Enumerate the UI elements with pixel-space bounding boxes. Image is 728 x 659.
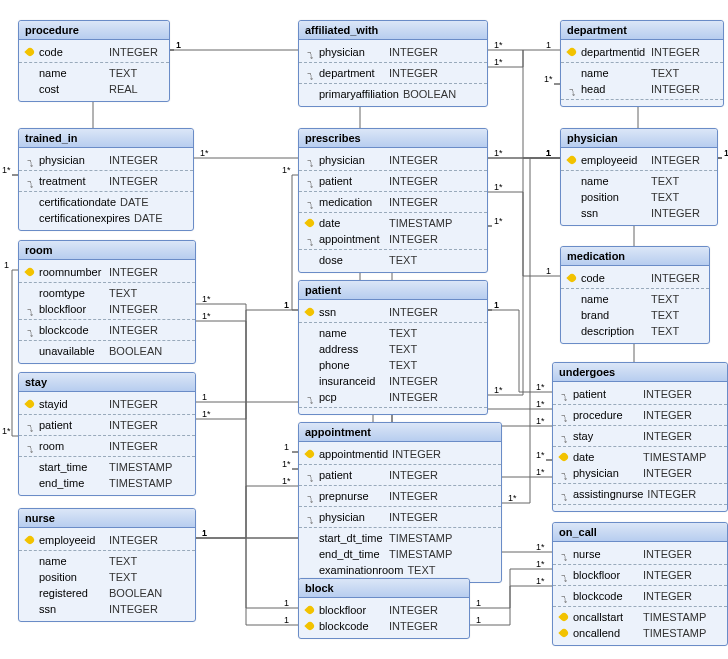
column-type: INTEGER (109, 438, 158, 454)
cardinality-many: 1* (2, 426, 11, 436)
foreign-key-icon (305, 234, 315, 244)
relationship-line (468, 586, 552, 625)
column-row: nameTEXT (25, 65, 163, 81)
column-name: name (581, 173, 647, 189)
column-name: cost (39, 81, 105, 97)
column-type: TEXT (651, 189, 679, 205)
cardinality-many: 1* (508, 493, 517, 503)
column-row: ssnINTEGER (305, 304, 481, 320)
entity-patient[interactable]: patientssnINTEGERnameTEXTaddressTEXTphon… (298, 280, 488, 415)
entity-nurse[interactable]: nurseemployeeidINTEGERnameTEXTpositionTE… (18, 508, 196, 622)
primary-key-icon (25, 535, 35, 545)
column-type: TEXT (109, 553, 137, 569)
blank-icon (25, 588, 35, 598)
primary-key-icon (559, 628, 569, 638)
entity-appointment[interactable]: appointmentappointmentidINTEGERpatientIN… (298, 422, 502, 583)
column-type: INTEGER (643, 465, 692, 481)
column-name: procedure (573, 407, 639, 423)
cardinality-many: 1* (536, 416, 545, 426)
entity-affiliated_with[interactable]: affiliated_withphysicianINTEGERdepartmen… (298, 20, 488, 107)
column-type: INTEGER (651, 270, 700, 286)
column-type: TEXT (109, 285, 137, 301)
foreign-key-icon (305, 47, 315, 57)
column-row: assistingnurseINTEGER (559, 486, 721, 502)
foreign-key-icon (25, 304, 35, 314)
entity-physician[interactable]: physicianemployeeidINTEGERnameTEXTpositi… (560, 128, 718, 226)
column-type: BOOLEAN (109, 343, 162, 359)
entity-room[interactable]: roomroomnumberINTEGERroomtypeTEXTblockfl… (18, 240, 196, 364)
cardinality-one: 1 (546, 266, 551, 276)
cardinality-one: 1 (546, 148, 551, 158)
blank-icon (305, 344, 315, 354)
column-name: blockcode (319, 618, 385, 634)
primary-key-icon (25, 267, 35, 277)
cardinality-one: 1 (202, 528, 207, 538)
column-type: TEXT (109, 569, 137, 585)
column-name: ssn (39, 601, 105, 617)
column-name: ssn (319, 304, 385, 320)
entity-stay[interactable]: staystayidINTEGERpatientINTEGERroomINTEG… (18, 372, 196, 496)
column-name: brand (581, 307, 647, 323)
column-type: INTEGER (651, 81, 700, 97)
entity-trained_in[interactable]: trained_inphysicianINTEGERtreatmentINTEG… (18, 128, 194, 231)
column-row: physicianINTEGER (25, 152, 187, 168)
entity-on_call[interactable]: on_callnurseINTEGERblockfloorINTEGERbloc… (552, 522, 728, 646)
column-row: roomtypeTEXT (25, 285, 189, 301)
relationship-line (486, 310, 552, 392)
column-type: INTEGER (389, 304, 438, 320)
foreign-key-icon (559, 468, 569, 478)
column-row: pcpINTEGER (305, 389, 481, 405)
column-name: department (319, 65, 385, 81)
blank-icon (305, 360, 315, 370)
entity-block[interactable]: blockblockfloorINTEGERblockcodeINTEGER (298, 578, 470, 639)
foreign-key-icon (305, 470, 315, 480)
entity-undergoes[interactable]: undergoespatientINTEGERprocedureINTEGERs… (552, 362, 728, 512)
cardinality-one: 1 (546, 148, 551, 158)
cardinality-many: 1* (2, 165, 11, 175)
column-name: employeeid (39, 532, 105, 548)
column-type: INTEGER (389, 152, 438, 168)
entity-procedure[interactable]: procedurecodeINTEGERnameTEXTcostREAL (18, 20, 170, 102)
column-type: INTEGER (647, 486, 696, 502)
entity-title: affiliated_with (299, 21, 487, 40)
column-row: patientINTEGER (305, 467, 495, 483)
cardinality-one: 1 (724, 148, 728, 158)
primary-key-icon (305, 621, 315, 631)
column-type: TEXT (109, 65, 137, 81)
column-name: end_time (39, 475, 105, 491)
column-row: physicianINTEGER (305, 509, 495, 525)
cardinality-many: 1* (200, 148, 209, 158)
column-type: INTEGER (392, 446, 441, 462)
column-type: TEXT (389, 252, 417, 268)
column-row: brandTEXT (567, 307, 703, 323)
primary-key-icon (559, 612, 569, 622)
entity-title: appointment (299, 423, 501, 442)
cardinality-one: 1 (494, 300, 499, 310)
column-row: nameTEXT (567, 65, 717, 81)
entity-department[interactable]: departmentdepartmentidINTEGERnameTEXThea… (560, 20, 724, 107)
blank-icon (305, 565, 315, 575)
column-row: blockfloorINTEGER (25, 301, 189, 317)
column-type: INTEGER (389, 618, 438, 634)
column-name: physician (319, 509, 385, 525)
column-name: assistingnurse (573, 486, 643, 502)
relationship-line (486, 50, 560, 158)
entity-title: patient (299, 281, 487, 300)
column-row: patientINTEGER (25, 417, 189, 433)
cardinality-one: 1 (202, 392, 207, 402)
column-name: insuranceid (319, 373, 385, 389)
entity-medication[interactable]: medicationcodeINTEGERnameTEXTbrandTEXTde… (560, 246, 710, 344)
column-type: BOOLEAN (403, 86, 456, 102)
blank-icon (25, 213, 35, 223)
entity-prescribes[interactable]: prescribesphysicianINTEGERpatientINTEGER… (298, 128, 488, 273)
column-type: INTEGER (651, 152, 700, 168)
column-type: DATE (120, 194, 149, 210)
cardinality-many: 1* (282, 476, 291, 486)
column-type: TIMESTAMP (109, 459, 172, 475)
foreign-key-icon (305, 68, 315, 78)
column-name: code (39, 44, 105, 60)
foreign-key-icon (559, 591, 569, 601)
cardinality-many: 1* (494, 40, 503, 50)
column-row: nameTEXT (567, 291, 703, 307)
column-name: name (319, 325, 385, 341)
